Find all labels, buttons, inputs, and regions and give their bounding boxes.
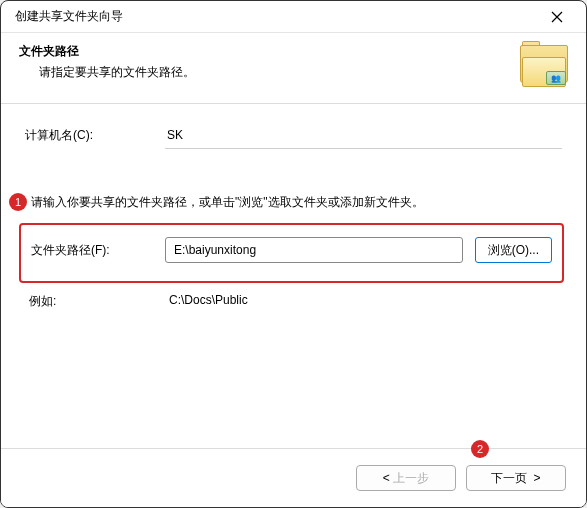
annotation-badge-1: 1 <box>9 193 27 211</box>
wizard-dialog: 创建共享文件夹向导 文件夹路径 请指定要共享的文件夹路径。 👥 计算机名(C):… <box>0 0 587 508</box>
header-subtext: 请指定要共享的文件夹路径。 <box>19 64 195 81</box>
chevron-right-icon: > <box>533 471 540 485</box>
back-button-label: < 上一步 <box>383 470 429 487</box>
computer-name-row: 计算机名(C): SK <box>25 122 562 149</box>
browse-button[interactable]: 浏览(O)... <box>475 237 552 263</box>
example-row: 例如: C:\Docs\Public <box>29 293 562 310</box>
close-button[interactable] <box>536 3 578 31</box>
next-button[interactable]: 2 下一页 > <box>466 465 566 491</box>
folder-path-label: 文件夹路径(F): <box>31 242 153 259</box>
computer-name-label: 计算机名(C): <box>25 127 165 144</box>
folder-path-input[interactable] <box>165 237 463 263</box>
content-area: 计算机名(C): SK 1 请输入你要共享的文件夹路径，或单击"浏览"选取文件夹… <box>1 104 586 310</box>
highlight-box: 文件夹路径(F): 浏览(O)... <box>19 223 564 283</box>
header-text: 文件夹路径 请指定要共享的文件夹路径。 <box>19 43 195 81</box>
header-heading: 文件夹路径 <box>19 43 195 60</box>
close-icon <box>551 11 563 23</box>
annotation-badge-2: 2 <box>471 440 489 458</box>
instruction-text: 请输入你要共享的文件夹路径，或单击"浏览"选取文件夹或添加新文件夹。 <box>31 194 424 211</box>
header-section: 文件夹路径 请指定要共享的文件夹路径。 👥 <box>1 33 586 104</box>
computer-name-value: SK <box>165 122 562 149</box>
window-title: 创建共享文件夹向导 <box>15 8 123 25</box>
back-button[interactable]: < 上一步 <box>356 465 456 491</box>
next-button-label: 下一页 <box>491 470 527 487</box>
example-value: C:\Docs\Public <box>169 293 248 310</box>
titlebar: 创建共享文件夹向导 <box>1 1 586 33</box>
shared-folder-icon: 👥 <box>520 45 568 87</box>
footer: < 上一步 2 下一页 > <box>1 448 586 507</box>
instruction-row: 1 请输入你要共享的文件夹路径，或单击"浏览"选取文件夹或添加新文件夹。 <box>25 193 562 211</box>
example-label: 例如: <box>29 293 169 310</box>
